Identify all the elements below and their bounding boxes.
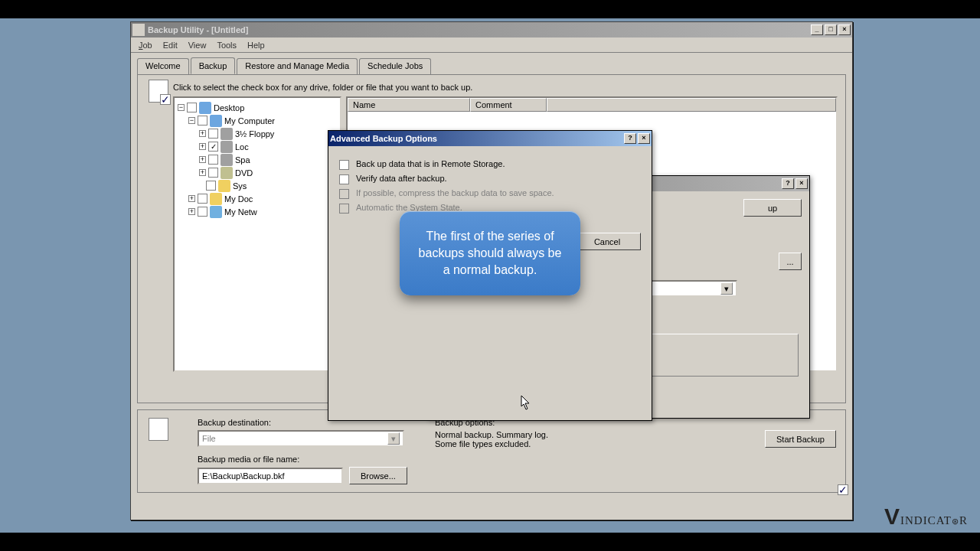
chevron-down-icon[interactable]: ▾ bbox=[720, 282, 733, 295]
tree-desktop[interactable]: Desktop bbox=[214, 103, 244, 112]
tree-mycomputer[interactable]: My Computer bbox=[224, 116, 275, 126]
cancel-button[interactable]: Cancel bbox=[573, 233, 641, 250]
tree-sys[interactable]: Sys bbox=[233, 181, 247, 191]
folder-icon bbox=[210, 193, 222, 205]
checkbox[interactable] bbox=[187, 103, 197, 112]
dest-value: File bbox=[202, 434, 216, 443]
expander-icon[interactable]: + bbox=[199, 156, 206, 163]
inner-start-button[interactable]: up bbox=[743, 199, 802, 217]
checkbox-verify[interactable] bbox=[339, 174, 349, 184]
menu-job[interactable]: JJobob bbox=[134, 39, 157, 51]
menu-edit[interactable]: Edit bbox=[158, 39, 182, 51]
checkbox[interactable] bbox=[198, 207, 207, 217]
expander-icon[interactable]: + bbox=[199, 169, 206, 176]
tree-mynet[interactable]: My Netw bbox=[224, 207, 257, 217]
column-name[interactable]: Name bbox=[348, 98, 470, 112]
folder-icon bbox=[218, 180, 230, 192]
column-comment[interactable]: Comment bbox=[470, 98, 547, 112]
expander-icon[interactable]: + bbox=[188, 195, 195, 202]
source-tree[interactable]: −Desktop −My Computer +3½ Floppy +✓Loc +… bbox=[173, 96, 341, 372]
window-title: Backup Utility - [Untitled] bbox=[148, 25, 811, 34]
checkbox-compress bbox=[339, 189, 349, 199]
media-input[interactable]: E:\Backup\Backup.bkf bbox=[198, 468, 343, 484]
tab-welcome[interactable]: Welcome bbox=[137, 58, 189, 75]
checkbox-system-state bbox=[339, 204, 349, 214]
column-spacer bbox=[547, 98, 836, 112]
watermark: VVindicatorindicat⊛r bbox=[884, 504, 968, 530]
dest-combo[interactable]: File ▾ bbox=[198, 430, 404, 447]
backup-panel-icon bbox=[149, 80, 168, 103]
inner-browse-button[interactable]: ... bbox=[779, 253, 802, 270]
menu-view[interactable]: View bbox=[184, 39, 211, 51]
drive-icon bbox=[220, 154, 233, 166]
help-button[interactable]: ? bbox=[782, 178, 794, 189]
titlebar[interactable]: Backup Utility - [Untitled] _ □ × bbox=[131, 22, 852, 37]
dialog-title: Advanced Backup Options bbox=[330, 134, 624, 143]
expander-icon[interactable]: + bbox=[199, 130, 206, 137]
checkbox[interactable] bbox=[208, 155, 218, 165]
expander-icon[interactable]: + bbox=[188, 208, 195, 215]
close-button[interactable]: × bbox=[795, 178, 808, 189]
menu-tools[interactable]: Tools bbox=[212, 39, 241, 51]
expander-icon[interactable]: − bbox=[178, 104, 185, 111]
close-button[interactable]: × bbox=[638, 133, 650, 144]
start-backup-button[interactable]: Start Backup bbox=[765, 430, 836, 448]
tab-backup[interactable]: Backup bbox=[191, 57, 236, 74]
media-label: Backup media or file name: bbox=[198, 455, 412, 464]
tree-mydocs[interactable]: My Doc bbox=[224, 194, 253, 204]
drive-icon bbox=[220, 141, 233, 153]
floppy-icon bbox=[220, 128, 233, 140]
tree-dvd[interactable]: DVD bbox=[235, 168, 253, 178]
expander-icon[interactable]: + bbox=[199, 143, 206, 150]
expander-icon[interactable]: − bbox=[188, 117, 195, 124]
tab-strip: Welcome Backup Restore and Manage Media … bbox=[137, 57, 846, 74]
close-button[interactable]: × bbox=[838, 24, 851, 35]
tab-restore[interactable]: Restore and Manage Media bbox=[237, 58, 358, 75]
info-callout: The first of the series of backups shoul… bbox=[400, 211, 580, 295]
instruction-text: Click to select the check box for any dr… bbox=[173, 83, 838, 92]
opt-verify: Verify data after backup. bbox=[356, 174, 447, 183]
minimize-button[interactable]: _ bbox=[811, 24, 823, 35]
browse-button[interactable]: Browse... bbox=[349, 467, 407, 484]
destination-icon bbox=[149, 418, 168, 441]
opt-compress: If possible, compress the backup data to… bbox=[356, 188, 554, 197]
desktop-icon bbox=[199, 102, 211, 114]
checkbox[interactable] bbox=[208, 168, 218, 178]
computer-icon bbox=[210, 115, 222, 127]
opt-remote-storage: Back up data that is in Remote Storage. bbox=[356, 159, 505, 168]
tab-schedule[interactable]: Schedule Jobs bbox=[359, 58, 431, 75]
app-icon bbox=[132, 24, 145, 36]
checkbox[interactable] bbox=[206, 181, 216, 191]
network-icon bbox=[210, 206, 222, 218]
menubar: JJobob Edit View Tools Help bbox=[131, 37, 852, 53]
menu-help[interactable]: Help bbox=[243, 39, 270, 51]
help-button[interactable]: ? bbox=[624, 133, 636, 144]
checkbox[interactable] bbox=[208, 129, 218, 139]
dvd-icon bbox=[220, 167, 233, 179]
bottom-panel: Backup destination: File ▾ Backup media … bbox=[137, 409, 846, 493]
tree-local[interactable]: Loc bbox=[235, 142, 249, 152]
checkbox[interactable] bbox=[198, 116, 207, 126]
dialog-titlebar[interactable]: Advanced Backup Options ? × bbox=[328, 131, 652, 146]
tree-spare[interactable]: Spa bbox=[235, 155, 250, 165]
chevron-down-icon[interactable]: ▾ bbox=[387, 432, 400, 445]
tree-floppy[interactable]: 3½ Floppy bbox=[235, 129, 274, 139]
checkbox[interactable] bbox=[198, 194, 207, 204]
checkbox[interactable]: ✓ bbox=[208, 142, 218, 152]
maximize-button[interactable]: □ bbox=[825, 24, 837, 35]
checkbox-remote-storage[interactable] bbox=[339, 160, 349, 170]
